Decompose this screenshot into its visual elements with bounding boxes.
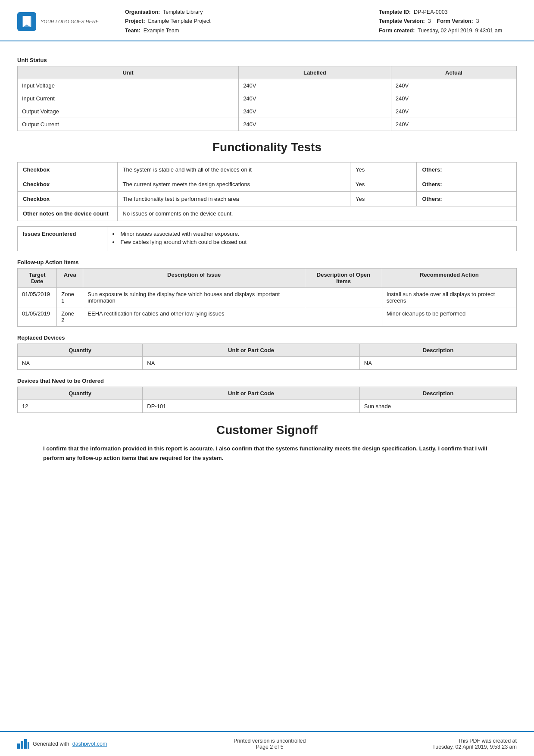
template-version-value: 3: [428, 18, 431, 24]
footer-generated-text: Generated with dashpivot.com: [33, 741, 107, 747]
customer-signoff-text: I confirm that the information provided …: [17, 444, 517, 463]
table-row: 01/05/2019Zone 2EEHA rectification for c…: [18, 307, 517, 326]
unit-status-col-unit: Unit: [18, 66, 239, 79]
table-row: CheckboxThe current system meets the des…: [18, 177, 517, 191]
functionality-tests-heading: Functionality Tests: [17, 141, 517, 154]
issues-content: Minor issues associated with weather exp…: [107, 226, 517, 251]
unit-status-col-actual: Actual: [391, 66, 516, 79]
devices-to-order-table: QuantityUnit or Part CodeDescription 12D…: [17, 387, 517, 413]
form-created-value: Tuesday, 02 April 2019, 9:43:01 am: [418, 28, 502, 34]
footer-page: Page 2 of 5: [234, 744, 306, 750]
dashpivot-icon: [17, 739, 29, 749]
table-row: CheckboxThe system is stable and with al…: [18, 162, 517, 177]
footer-created-label: This PDF was created at: [432, 738, 517, 744]
issues-label: Issues Encountered: [18, 226, 107, 251]
svg-rect-1: [17, 744, 20, 749]
list-item: Minor issues associated with weather exp…: [112, 231, 511, 237]
svg-rect-4: [28, 742, 29, 749]
table-row: Input Current240V240V: [18, 92, 517, 105]
functionality-tests-table: CheckboxThe system is stable and with al…: [17, 162, 517, 221]
org-label: Organisation:: [125, 9, 160, 15]
footer-right: This PDF was created at Tuesday, 02 Apri…: [432, 738, 517, 750]
footer-left: Generated with dashpivot.com: [17, 739, 107, 749]
table-row: CheckboxThe functionality test is perfor…: [18, 191, 517, 206]
form-version-label: Form Version:: [437, 18, 473, 24]
customer-signoff-heading: Customer Signoff: [17, 423, 517, 437]
followup-table: Target DateAreaDescription of IssueDescr…: [17, 268, 517, 327]
replaced-devices-label: Replaced Devices: [17, 334, 517, 341]
header-right: Template ID: DP-PEA-0003 Template Versio…: [379, 8, 517, 35]
logo-area: YOUR LOGO GOES HERE: [17, 12, 112, 31]
issues-table: Issues Encountered Minor issues associat…: [17, 226, 517, 251]
unit-status-label: Unit Status: [17, 57, 517, 63]
table-row: 01/05/2019Zone 1Sun exposure is ruining …: [18, 287, 517, 307]
template-id-value: DP-PEA-0003: [414, 9, 448, 15]
followup-label: Follow-up Action Items: [17, 259, 517, 266]
replaced-devices-table: QuantityUnit or Part CodeDescription NAN…: [17, 344, 517, 370]
header-meta: Organisation: Template Library Project: …: [112, 8, 379, 35]
org-value: Template Library: [163, 9, 203, 15]
logo-icon: [17, 12, 36, 31]
table-row: Other notes on the device countNo issues…: [18, 206, 517, 221]
issues-list: Minor issues associated with weather exp…: [112, 231, 511, 245]
footer-link[interactable]: dashpivot.com: [72, 741, 107, 747]
svg-rect-3: [24, 739, 27, 749]
logo-text: YOUR LOGO GOES HERE: [41, 19, 99, 24]
table-row: Output Voltage240V240V: [18, 105, 517, 118]
project-label: Project:: [125, 18, 145, 24]
team-value: Example Team: [144, 28, 179, 34]
form-created-label: Form created:: [379, 28, 415, 34]
unit-status-col-labelled: Labelled: [239, 66, 391, 79]
unit-status-table: Unit Labelled Actual Input Voltage240V24…: [17, 66, 517, 131]
header: YOUR LOGO GOES HERE Organisation: Templa…: [0, 0, 534, 41]
table-row: Input Voltage240V240V: [18, 79, 517, 92]
template-version-label: Template Version:: [379, 18, 425, 24]
main-content: Unit Status Unit Labelled Actual Input V…: [0, 41, 534, 515]
template-id-label: Template ID:: [379, 9, 411, 15]
list-item: Few cables lying around which could be c…: [112, 239, 511, 245]
footer-center: Printed version is uncontrolled Page 2 o…: [234, 738, 306, 750]
table-row: 12DP-101Sun shade: [18, 400, 517, 412]
footer: Generated with dashpivot.com Printed ver…: [0, 731, 534, 756]
table-row: NANANA: [18, 356, 517, 369]
svg-rect-2: [21, 741, 23, 749]
footer-created-value: Tuesday, 02 April 2019, 9:53:23 am: [432, 744, 517, 750]
table-row: Output Current240V240V: [18, 118, 517, 131]
footer-uncontrolled: Printed version is uncontrolled: [234, 738, 306, 744]
team-label: Team:: [125, 28, 141, 34]
form-version-value: 3: [476, 18, 479, 24]
project-value: Example Template Project: [148, 18, 211, 24]
devices-to-order-label: Devices that Need to be Ordered: [17, 378, 517, 384]
